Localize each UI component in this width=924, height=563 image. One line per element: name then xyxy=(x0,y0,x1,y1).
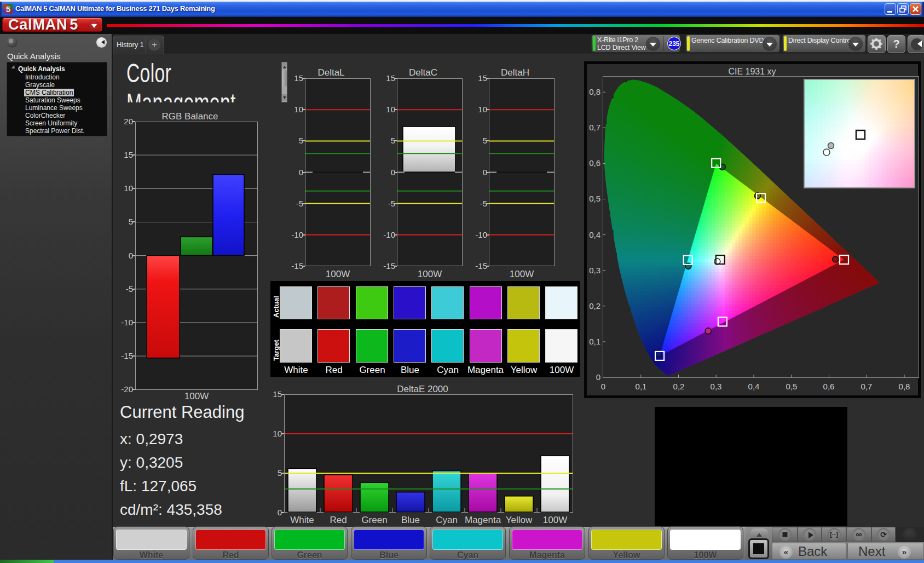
svg-text:5: 5 xyxy=(6,4,10,14)
